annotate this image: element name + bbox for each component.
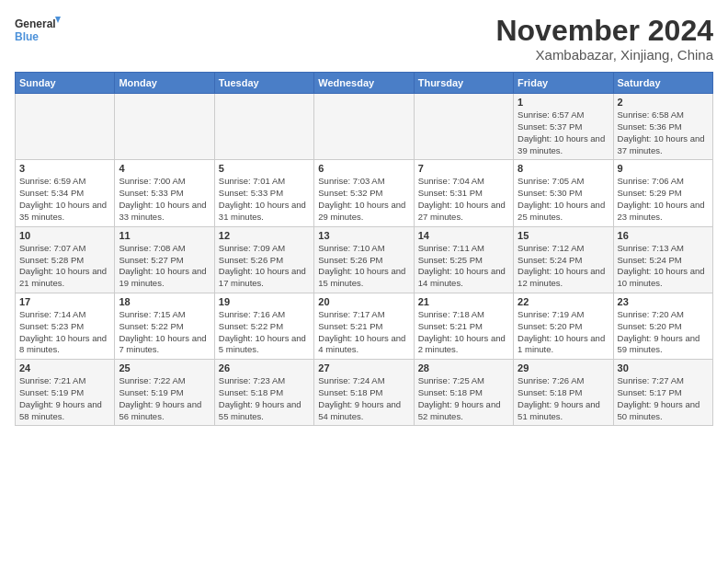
calendar-cell: 5Sunrise: 7:01 AM Sunset: 5:33 PM Daylig… bbox=[214, 160, 313, 226]
day-info: Sunrise: 7:05 AM Sunset: 5:30 PM Dayligh… bbox=[518, 176, 609, 223]
subtitle: Xambabazar, Xinjiang, China bbox=[495, 47, 713, 63]
calendar-header-friday: Friday bbox=[514, 73, 613, 94]
day-number: 7 bbox=[418, 163, 509, 174]
day-info: Sunrise: 7:01 AM Sunset: 5:33 PM Dayligh… bbox=[219, 176, 310, 223]
day-info: Sunrise: 7:19 AM Sunset: 5:20 PM Dayligh… bbox=[518, 309, 609, 356]
calendar-cell: 18Sunrise: 7:15 AM Sunset: 5:22 PM Dayli… bbox=[115, 293, 214, 359]
day-info: Sunrise: 7:23 AM Sunset: 5:18 PM Dayligh… bbox=[219, 375, 310, 422]
day-number: 11 bbox=[119, 230, 210, 241]
calendar-cell: 15Sunrise: 7:12 AM Sunset: 5:24 PM Dayli… bbox=[514, 226, 613, 293]
day-number: 13 bbox=[318, 230, 409, 241]
day-info: Sunrise: 7:14 AM Sunset: 5:23 PM Dayligh… bbox=[19, 309, 110, 356]
day-number: 9 bbox=[618, 163, 709, 174]
day-info: Sunrise: 7:25 AM Sunset: 5:18 PM Dayligh… bbox=[418, 375, 509, 422]
day-number: 29 bbox=[518, 362, 609, 373]
day-info: Sunrise: 7:10 AM Sunset: 5:26 PM Dayligh… bbox=[318, 243, 409, 290]
day-number: 28 bbox=[418, 362, 509, 373]
calendar-header-monday: Monday bbox=[115, 73, 214, 94]
day-number: 14 bbox=[418, 230, 509, 241]
day-number: 18 bbox=[119, 296, 210, 307]
calendar-cell: 9Sunrise: 7:06 AM Sunset: 5:29 PM Daylig… bbox=[613, 160, 712, 226]
calendar-cell: 20Sunrise: 7:17 AM Sunset: 5:21 PM Dayli… bbox=[314, 293, 414, 359]
logo-svg: General Blue bbox=[15, 15, 61, 48]
page: General Blue November 2024 Xambabazar, X… bbox=[0, 0, 728, 433]
calendar-cell: 2Sunrise: 6:58 AM Sunset: 5:36 PM Daylig… bbox=[613, 94, 712, 160]
title-block: November 2024 Xambabazar, Xinjiang, Chin… bbox=[495, 15, 713, 63]
calendar-week-row: 24Sunrise: 7:21 AM Sunset: 5:19 PM Dayli… bbox=[16, 360, 713, 426]
day-info: Sunrise: 7:24 AM Sunset: 5:18 PM Dayligh… bbox=[318, 375, 409, 422]
day-number: 24 bbox=[19, 362, 110, 373]
day-info: Sunrise: 7:20 AM Sunset: 5:20 PM Dayligh… bbox=[618, 309, 709, 356]
svg-text:Blue: Blue bbox=[15, 30, 39, 43]
day-info: Sunrise: 7:21 AM Sunset: 5:19 PM Dayligh… bbox=[19, 375, 110, 422]
day-info: Sunrise: 7:22 AM Sunset: 5:19 PM Dayligh… bbox=[119, 375, 210, 422]
day-info: Sunrise: 7:15 AM Sunset: 5:22 PM Dayligh… bbox=[119, 309, 210, 356]
day-info: Sunrise: 7:07 AM Sunset: 5:28 PM Dayligh… bbox=[19, 243, 110, 290]
day-info: Sunrise: 7:12 AM Sunset: 5:24 PM Dayligh… bbox=[518, 243, 609, 290]
calendar-cell bbox=[414, 94, 513, 160]
calendar-cell: 24Sunrise: 7:21 AM Sunset: 5:19 PM Dayli… bbox=[16, 360, 115, 426]
day-number: 19 bbox=[219, 296, 310, 307]
day-number: 25 bbox=[119, 362, 210, 373]
day-info: Sunrise: 6:58 AM Sunset: 5:36 PM Dayligh… bbox=[618, 109, 709, 156]
calendar-cell: 28Sunrise: 7:25 AM Sunset: 5:18 PM Dayli… bbox=[414, 360, 513, 426]
main-title: November 2024 bbox=[495, 15, 713, 47]
calendar-cell: 12Sunrise: 7:09 AM Sunset: 5:26 PM Dayli… bbox=[214, 226, 313, 293]
calendar-cell: 21Sunrise: 7:18 AM Sunset: 5:21 PM Dayli… bbox=[414, 293, 513, 359]
calendar-cell bbox=[214, 94, 313, 160]
day-info: Sunrise: 7:26 AM Sunset: 5:18 PM Dayligh… bbox=[518, 375, 609, 422]
day-number: 10 bbox=[19, 230, 110, 241]
calendar-cell: 8Sunrise: 7:05 AM Sunset: 5:30 PM Daylig… bbox=[514, 160, 613, 226]
day-info: Sunrise: 7:13 AM Sunset: 5:24 PM Dayligh… bbox=[618, 243, 709, 290]
calendar-cell: 10Sunrise: 7:07 AM Sunset: 5:28 PM Dayli… bbox=[16, 226, 115, 293]
calendar-cell: 27Sunrise: 7:24 AM Sunset: 5:18 PM Dayli… bbox=[314, 360, 414, 426]
day-number: 2 bbox=[618, 97, 709, 108]
day-info: Sunrise: 7:08 AM Sunset: 5:27 PM Dayligh… bbox=[119, 243, 210, 290]
calendar-cell: 22Sunrise: 7:19 AM Sunset: 5:20 PM Dayli… bbox=[514, 293, 613, 359]
day-number: 12 bbox=[219, 230, 310, 241]
day-info: Sunrise: 6:57 AM Sunset: 5:37 PM Dayligh… bbox=[518, 109, 609, 156]
calendar-cell: 25Sunrise: 7:22 AM Sunset: 5:19 PM Dayli… bbox=[115, 360, 214, 426]
day-number: 1 bbox=[518, 97, 609, 108]
calendar-header-saturday: Saturday bbox=[613, 73, 712, 94]
calendar-cell bbox=[16, 94, 115, 160]
calendar-cell bbox=[115, 94, 214, 160]
day-number: 22 bbox=[518, 296, 609, 307]
day-number: 23 bbox=[618, 296, 709, 307]
calendar-header-sunday: Sunday bbox=[16, 73, 115, 94]
calendar-cell: 16Sunrise: 7:13 AM Sunset: 5:24 PM Dayli… bbox=[613, 226, 712, 293]
calendar-table: SundayMondayTuesdayWednesdayThursdayFrid… bbox=[15, 72, 713, 426]
day-number: 27 bbox=[318, 362, 409, 373]
svg-marker-2 bbox=[55, 17, 61, 23]
svg-text:General: General bbox=[15, 17, 56, 30]
calendar-cell: 14Sunrise: 7:11 AM Sunset: 5:25 PM Dayli… bbox=[414, 226, 513, 293]
day-number: 20 bbox=[318, 296, 409, 307]
day-info: Sunrise: 7:00 AM Sunset: 5:33 PM Dayligh… bbox=[119, 176, 210, 223]
calendar-cell: 23Sunrise: 7:20 AM Sunset: 5:20 PM Dayli… bbox=[613, 293, 712, 359]
calendar-week-row: 3Sunrise: 6:59 AM Sunset: 5:34 PM Daylig… bbox=[16, 160, 713, 226]
day-number: 3 bbox=[19, 163, 110, 174]
day-number: 30 bbox=[618, 362, 709, 373]
calendar-week-row: 17Sunrise: 7:14 AM Sunset: 5:23 PM Dayli… bbox=[16, 293, 713, 359]
calendar-week-row: 10Sunrise: 7:07 AM Sunset: 5:28 PM Dayli… bbox=[16, 226, 713, 293]
day-info: Sunrise: 7:18 AM Sunset: 5:21 PM Dayligh… bbox=[418, 309, 509, 356]
day-number: 15 bbox=[518, 230, 609, 241]
logo: General Blue bbox=[15, 15, 61, 48]
calendar-header-tuesday: Tuesday bbox=[214, 73, 313, 94]
day-info: Sunrise: 6:59 AM Sunset: 5:34 PM Dayligh… bbox=[19, 176, 110, 223]
day-info: Sunrise: 7:16 AM Sunset: 5:22 PM Dayligh… bbox=[219, 309, 310, 356]
calendar-cell: 19Sunrise: 7:16 AM Sunset: 5:22 PM Dayli… bbox=[214, 293, 313, 359]
day-info: Sunrise: 7:09 AM Sunset: 5:26 PM Dayligh… bbox=[219, 243, 310, 290]
day-number: 16 bbox=[618, 230, 709, 241]
day-number: 5 bbox=[219, 163, 310, 174]
calendar-cell: 3Sunrise: 6:59 AM Sunset: 5:34 PM Daylig… bbox=[16, 160, 115, 226]
calendar-header-thursday: Thursday bbox=[414, 73, 513, 94]
header: General Blue November 2024 Xambabazar, X… bbox=[15, 15, 713, 63]
calendar-cell: 6Sunrise: 7:03 AM Sunset: 5:32 PM Daylig… bbox=[314, 160, 414, 226]
calendar-header-row: SundayMondayTuesdayWednesdayThursdayFrid… bbox=[16, 73, 713, 94]
calendar-cell: 29Sunrise: 7:26 AM Sunset: 5:18 PM Dayli… bbox=[514, 360, 613, 426]
day-info: Sunrise: 7:03 AM Sunset: 5:32 PM Dayligh… bbox=[318, 176, 409, 223]
day-number: 4 bbox=[119, 163, 210, 174]
day-info: Sunrise: 7:04 AM Sunset: 5:31 PM Dayligh… bbox=[418, 176, 509, 223]
calendar-cell: 7Sunrise: 7:04 AM Sunset: 5:31 PM Daylig… bbox=[414, 160, 513, 226]
